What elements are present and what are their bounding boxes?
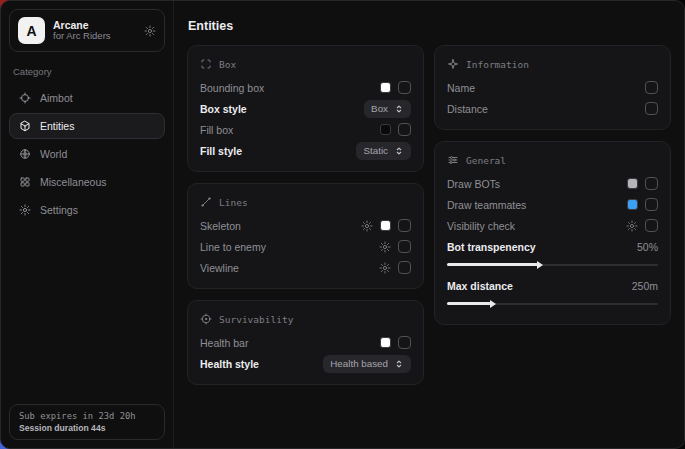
health-style-label: Health style	[200, 358, 259, 370]
fill-style-selected-value: Static	[363, 145, 388, 156]
right-column: InformationNameDistanceGeneralDraw BOTsD…	[434, 45, 671, 385]
card-title: General	[466, 155, 506, 166]
card-title: Lines	[219, 197, 248, 208]
line-to-enemy-checkbox[interactable]	[398, 240, 411, 253]
session-duration-text: Session duration 44s	[19, 423, 155, 433]
bot-transpenency-slider-thumb[interactable]	[537, 261, 543, 269]
skeleton-row: Skeleton	[200, 215, 411, 236]
health-style-selected-value: Health based	[330, 358, 388, 369]
max-distance-value: 250m	[632, 280, 658, 292]
gear-icon[interactable]	[626, 220, 638, 232]
fill-box-checkbox[interactable]	[398, 123, 411, 136]
bot-transpenency-row: Bot transpenency50%	[447, 236, 658, 257]
line-to-enemy-row: Line to enemy	[200, 236, 411, 257]
sidebar-item-label: World	[40, 148, 67, 160]
health-bar-color-swatch[interactable]	[380, 337, 391, 348]
card-general: GeneralDraw BOTsDraw teammatesVisibility…	[434, 141, 671, 325]
line-to-enemy-label: Line to enemy	[200, 241, 266, 253]
card-header: Survivability	[200, 313, 411, 325]
survivability-icon	[200, 313, 212, 325]
sidebar-item-label: Entities	[40, 120, 74, 132]
category-label: Category	[13, 66, 161, 77]
main-panel: Entities BoxBounding boxBox styleBoxFill…	[174, 1, 684, 448]
box-style-label: Box style	[200, 103, 247, 115]
name-row: Name	[447, 77, 658, 98]
scan-icon	[200, 58, 212, 70]
bot-transpenency-slider[interactable]	[447, 260, 658, 269]
gear-icon	[19, 204, 31, 216]
sub-expiry-text: Sub expires in 23d 20h	[19, 411, 155, 421]
card-survivability: SurvivabilityHealth barHealth styleHealt…	[187, 300, 424, 385]
crosshair-icon	[19, 92, 31, 104]
health-bar-checkbox[interactable]	[398, 336, 411, 349]
card-title: Information	[466, 59, 529, 70]
draw-bots-checkbox[interactable]	[645, 177, 658, 190]
card-header: General	[447, 154, 658, 166]
sidebar-nav: AimbotEntitiesWorldMiscellaneousSettings	[9, 85, 165, 223]
card-header: Information	[447, 58, 658, 70]
name-label: Name	[447, 82, 475, 94]
skeleton-color-swatch[interactable]	[380, 220, 391, 231]
skeleton-checkbox[interactable]	[398, 219, 411, 232]
draw-bots-row: Draw BOTs	[447, 173, 658, 194]
bounding-box-checkbox[interactable]	[398, 81, 411, 94]
draw-bots-label: Draw BOTs	[447, 178, 500, 190]
box-style-selected-value: Box	[371, 103, 388, 114]
info-icon	[447, 58, 459, 70]
card-title: Box	[219, 59, 236, 70]
app-logo: A	[18, 17, 45, 44]
card-title: Survivability	[219, 314, 293, 325]
draw-teammates-row: Draw teammates	[447, 194, 658, 215]
visibility-check-checkbox[interactable]	[645, 219, 658, 232]
gear-icon[interactable]	[361, 220, 373, 232]
chevrons-up-down-icon	[394, 359, 404, 369]
viewline-row: Viewline	[200, 257, 411, 278]
brand-card: A Arcane for Arc Riders	[9, 9, 165, 52]
box-style-select[interactable]: Box	[364, 100, 411, 118]
health-style-select[interactable]: Health based	[323, 355, 411, 373]
sidebar-item-miscellaneous[interactable]: Miscellaneous	[9, 169, 165, 195]
fill-box-label: Fill box	[200, 124, 233, 136]
sidebar-item-world[interactable]: World	[9, 141, 165, 167]
left-column: BoxBounding boxBox styleBoxFill boxFill …	[187, 45, 424, 385]
fill-style-select[interactable]: Static	[356, 142, 411, 160]
subscription-info: Sub expires in 23d 20h Session duration …	[9, 404, 165, 440]
grid-icon	[19, 176, 31, 188]
bounding-box-color-swatch[interactable]	[380, 82, 391, 93]
viewline-checkbox[interactable]	[398, 261, 411, 274]
chevrons-up-down-icon	[394, 146, 404, 156]
sidebar-item-aimbot[interactable]: Aimbot	[9, 85, 165, 111]
distance-checkbox[interactable]	[645, 102, 658, 115]
sidebar-item-entities[interactable]: Entities	[9, 113, 165, 139]
chevrons-up-down-icon	[394, 104, 404, 114]
max-distance-row: Max distance250m	[447, 275, 658, 296]
fill-box-color-swatch[interactable]	[380, 124, 391, 135]
fill-style-row: Fill styleStatic	[200, 140, 411, 161]
draw-teammates-color-swatch[interactable]	[627, 199, 638, 210]
globe-icon	[19, 148, 31, 160]
gear-icon[interactable]	[379, 262, 391, 274]
sidebar-item-settings[interactable]: Settings	[9, 197, 165, 223]
skeleton-label: Skeleton	[200, 220, 241, 232]
max-distance-slider[interactable]	[447, 299, 658, 308]
box-style-row: Box styleBox	[200, 98, 411, 119]
fill-box-row: Fill box	[200, 119, 411, 140]
card-box: BoxBounding boxBox styleBoxFill boxFill …	[187, 45, 424, 172]
distance-label: Distance	[447, 103, 488, 115]
sidebar-item-label: Settings	[40, 204, 78, 216]
unload-icon[interactable]	[144, 25, 156, 37]
bot-transpenency-value: 50%	[637, 241, 658, 253]
health-style-row: Health styleHealth based	[200, 353, 411, 374]
max-distance-label: Max distance	[447, 280, 513, 292]
sidebar-item-label: Miscellaneous	[40, 176, 107, 188]
bounding-box-label: Bounding box	[200, 82, 264, 94]
draw-bots-color-swatch[interactable]	[627, 178, 638, 189]
gear-icon[interactable]	[379, 241, 391, 253]
card-header: Box	[200, 58, 411, 70]
draw-teammates-checkbox[interactable]	[645, 198, 658, 211]
bounding-box-row: Bounding box	[200, 77, 411, 98]
max-distance-slider-thumb[interactable]	[490, 300, 496, 308]
page-title: Entities	[188, 19, 671, 33]
app-subtitle: for Arc Riders	[53, 31, 136, 42]
name-checkbox[interactable]	[645, 81, 658, 94]
